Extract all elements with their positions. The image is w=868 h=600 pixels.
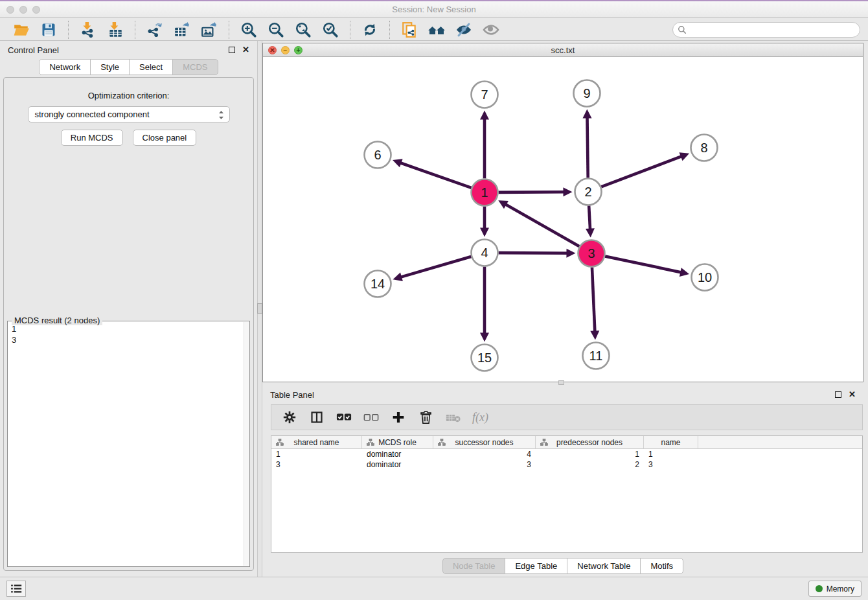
zoom-out-icon[interactable] bbox=[264, 20, 288, 40]
divider-handle[interactable] bbox=[257, 303, 262, 314]
column-header-predecessor-nodes[interactable]: predecessor nodes bbox=[536, 436, 644, 448]
show-all-icon[interactable] bbox=[479, 20, 503, 40]
search-input[interactable] bbox=[672, 22, 860, 38]
optimization-criterion-label: Optimization criterion: bbox=[4, 91, 253, 100]
table-toolbar: f(x) bbox=[271, 404, 863, 430]
maximize-network-icon[interactable]: + bbox=[294, 46, 303, 54]
first-neighbors-icon[interactable] bbox=[425, 20, 448, 40]
table-cell[interactable]: 3 bbox=[433, 460, 536, 469]
column-header-successor-nodes[interactable]: successor nodes bbox=[433, 436, 536, 448]
select-all-icon[interactable] bbox=[335, 408, 353, 426]
node-label-7: 7 bbox=[481, 87, 488, 102]
column-header-shared-name[interactable]: shared name bbox=[271, 436, 362, 448]
table-row[interactable]: 3dominator323 bbox=[271, 459, 862, 470]
edge-4-3[interactable] bbox=[498, 253, 568, 253]
edge-2-3[interactable] bbox=[589, 205, 590, 230]
network-window-controls[interactable]: ✕ − + bbox=[268, 46, 303, 54]
result-scrollbar[interactable] bbox=[244, 322, 249, 566]
edge-4-14[interactable] bbox=[400, 257, 471, 277]
refresh-layout-icon[interactable] bbox=[358, 20, 382, 40]
network-window-titlebar[interactable]: ✕ − + scc.txt bbox=[263, 43, 863, 57]
close-network-icon[interactable]: ✕ bbox=[268, 46, 277, 54]
new-network-from-selection-icon[interactable] bbox=[398, 20, 421, 40]
column-header-MCDS-role[interactable]: MCDS role bbox=[362, 436, 433, 448]
edge-3-10[interactable] bbox=[605, 256, 682, 272]
close-window-button[interactable] bbox=[6, 6, 14, 14]
table-row[interactable]: 1dominator411 bbox=[271, 449, 862, 459]
table-header-row: shared nameMCDS rolesuccessor nodesprede… bbox=[271, 436, 862, 449]
edge-3-11[interactable] bbox=[592, 267, 595, 332]
float-table-panel-icon[interactable] bbox=[835, 391, 841, 398]
edge-2-9[interactable] bbox=[587, 116, 588, 178]
minimize-window-button[interactable] bbox=[19, 6, 27, 14]
node-label-3: 3 bbox=[588, 246, 595, 260]
maximize-window-button[interactable] bbox=[32, 6, 40, 14]
node-label-1: 1 bbox=[481, 185, 488, 200]
table-cell[interactable]: 3 bbox=[644, 460, 698, 469]
table-cell[interactable]: dominator bbox=[362, 450, 433, 459]
close-panel-button[interactable]: Close panel bbox=[133, 130, 197, 146]
mcds-panel: Optimization criterion: strongly connect… bbox=[3, 77, 254, 571]
table-cell[interactable]: 1 bbox=[644, 450, 698, 459]
table-cell[interactable]: dominator bbox=[362, 460, 433, 469]
window-controls[interactable] bbox=[6, 6, 40, 14]
open-session-icon[interactable] bbox=[10, 20, 33, 40]
column-header-name[interactable]: name bbox=[644, 436, 698, 448]
run-mcds-button[interactable]: Run MCDS bbox=[61, 130, 123, 146]
memory-status-icon bbox=[816, 585, 823, 592]
function-builder-icon[interactable]: f(x) bbox=[472, 411, 488, 424]
tab-mcds[interactable]: MCDS bbox=[172, 59, 218, 75]
import-network-icon[interactable] bbox=[76, 20, 100, 40]
delete-column-trash-icon[interactable] bbox=[417, 408, 435, 426]
node-table[interactable]: shared nameMCDS rolesuccessor nodesprede… bbox=[271, 435, 863, 553]
node-label-4: 4 bbox=[481, 246, 488, 260]
edge-1-2[interactable] bbox=[498, 192, 565, 192]
show-column-panel-icon[interactable] bbox=[308, 408, 326, 426]
network-window: ✕ − + scc.txt 7968124314101511 bbox=[262, 43, 863, 382]
export-network-icon[interactable] bbox=[143, 20, 166, 40]
table-cell[interactable]: 1 bbox=[536, 450, 644, 459]
zoom-in-icon[interactable] bbox=[237, 20, 260, 40]
delete-table-icon[interactable] bbox=[444, 408, 462, 426]
edge-3-1[interactable] bbox=[505, 204, 579, 247]
optimization-criterion-value: strongly connected component bbox=[35, 110, 150, 119]
tab-network[interactable]: Network bbox=[39, 59, 91, 75]
table-settings-gear-icon[interactable] bbox=[280, 408, 299, 426]
tab-network-table[interactable]: Network Table bbox=[567, 558, 641, 574]
network-canvas[interactable]: 7968124314101511 bbox=[263, 57, 863, 382]
table-cell[interactable]: 2 bbox=[536, 460, 644, 469]
panel-divider[interactable] bbox=[257, 41, 262, 577]
search-box bbox=[672, 22, 860, 38]
fit-content-icon[interactable] bbox=[291, 20, 315, 40]
toolbar-separator bbox=[229, 21, 229, 39]
zoom-selected-icon[interactable] bbox=[319, 20, 342, 40]
edge-1-6[interactable] bbox=[399, 163, 471, 188]
table-cell[interactable]: 1 bbox=[271, 450, 362, 459]
tab-select[interactable]: Select bbox=[129, 59, 173, 75]
close-panel-icon[interactable]: ✕ bbox=[242, 47, 249, 53]
create-column-icon[interactable] bbox=[389, 408, 407, 426]
save-session-icon[interactable] bbox=[37, 20, 60, 40]
close-table-panel-icon[interactable]: ✕ bbox=[849, 391, 856, 398]
horizontal-split-handle[interactable] bbox=[558, 380, 564, 385]
tab-node-table[interactable]: Node Table bbox=[442, 558, 506, 574]
float-panel-icon[interactable] bbox=[229, 47, 235, 53]
export-image-icon[interactable] bbox=[198, 20, 221, 40]
table-cell[interactable]: 3 bbox=[271, 460, 362, 469]
tab-style[interactable]: Style bbox=[90, 59, 130, 75]
task-history-button[interactable] bbox=[6, 581, 26, 597]
table-panel-title: Table Panel bbox=[270, 390, 314, 400]
edge-2-8[interactable] bbox=[601, 156, 683, 187]
export-table-icon[interactable] bbox=[170, 20, 194, 40]
table-cell[interactable]: 4 bbox=[433, 450, 536, 459]
optimization-criterion-select[interactable]: strongly connected component bbox=[28, 106, 230, 122]
tab-edge-table[interactable]: Edge Table bbox=[505, 558, 567, 574]
hide-selected-icon[interactable] bbox=[452, 20, 475, 40]
memory-button[interactable]: Memory bbox=[808, 581, 862, 597]
import-table-icon[interactable] bbox=[104, 20, 127, 40]
deselect-all-icon[interactable] bbox=[362, 408, 380, 426]
mcds-result-box: MCDS result (2 nodes) 1 3 bbox=[7, 321, 250, 567]
minimize-network-icon[interactable]: − bbox=[281, 46, 290, 54]
toolbar-separator bbox=[135, 21, 135, 39]
tab-motifs[interactable]: Motifs bbox=[640, 558, 683, 574]
